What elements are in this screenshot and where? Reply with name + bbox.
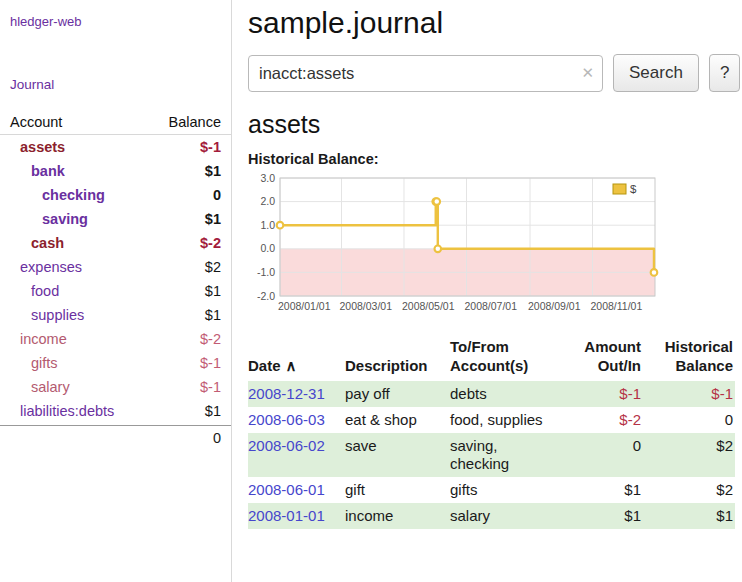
sidebar-account-row: gifts $-1 bbox=[0, 351, 231, 375]
account-link-supplies[interactable]: supplies bbox=[31, 306, 84, 324]
register-row: 2008-06-03 eat & shop food, supplies $-2… bbox=[248, 407, 735, 433]
sidebar-account-row: saving $1 bbox=[0, 207, 231, 231]
accounts-total-row: 0 bbox=[0, 425, 231, 450]
account-balance: $1 bbox=[205, 306, 221, 324]
svg-text:0.0: 0.0 bbox=[260, 242, 275, 254]
account-balance: $1 bbox=[205, 402, 221, 420]
page-title: sample.journal bbox=[248, 6, 740, 40]
transaction-description: eat & shop bbox=[345, 407, 450, 433]
column-accounts: To/From Account(s) bbox=[450, 335, 558, 381]
transaction-amount: $1 bbox=[558, 503, 643, 529]
search-box: ✕ bbox=[248, 55, 603, 92]
sidebar-account-row: cash $-2 bbox=[0, 231, 231, 255]
register-row: 2008-06-01 gift gifts $1 $2 bbox=[248, 477, 735, 503]
svg-text:-2.0: -2.0 bbox=[257, 290, 275, 302]
account-link-gifts[interactable]: gifts bbox=[31, 354, 58, 372]
main-content: sample.journal ✕ Search ? assets Histori… bbox=[232, 0, 742, 582]
accounts-tree: Account Balance assets $-1 bank $1 check… bbox=[0, 110, 231, 450]
clear-search-icon[interactable]: ✕ bbox=[581, 64, 594, 82]
transaction-date-link[interactable]: 2008-06-02 bbox=[248, 437, 325, 454]
transaction-date-link[interactable]: 2008-06-01 bbox=[248, 481, 325, 498]
sidebar-account-row: income $-2 bbox=[0, 327, 231, 351]
register-row: 2008-12-31 pay off debts $-1 $-1 bbox=[248, 381, 735, 407]
account-balance: $-1 bbox=[200, 378, 221, 396]
account-balance: $-1 bbox=[200, 138, 221, 156]
transaction-balance: $2 bbox=[643, 477, 735, 503]
account-link-saving[interactable]: saving bbox=[42, 210, 88, 228]
accounts-total: 0 bbox=[213, 430, 221, 446]
account-link-food[interactable]: food bbox=[31, 282, 59, 300]
account-link-assets[interactable]: assets bbox=[20, 138, 65, 156]
column-description: Description bbox=[345, 335, 450, 381]
svg-text:2008/09/01: 2008/09/01 bbox=[528, 300, 581, 312]
account-link-expenses[interactable]: expenses bbox=[20, 258, 82, 276]
register-header-row: Date∧ Description To/From Account(s) Amo… bbox=[248, 335, 735, 381]
register-row: 2008-06-02 save saving, checking 0 $2 bbox=[248, 433, 735, 477]
transaction-balance: $2 bbox=[643, 433, 735, 477]
account-link-checking[interactable]: checking bbox=[42, 186, 105, 204]
transaction-date-link[interactable]: 2008-01-01 bbox=[248, 507, 325, 524]
transaction-description: pay off bbox=[345, 381, 450, 407]
transaction-amount: $1 bbox=[558, 477, 643, 503]
accounts-header: Account Balance bbox=[0, 110, 231, 135]
balance-chart: 3.02.01.00.0-1.0-2.02008/01/012008/03/01… bbox=[248, 171, 662, 323]
sidebar: hledger-web Journal Account Balance asse… bbox=[0, 0, 232, 582]
sidebar-account-row: checking 0 bbox=[0, 183, 231, 207]
accounts-header-balance: Balance bbox=[169, 114, 221, 130]
transaction-balance: $1 bbox=[643, 503, 735, 529]
account-balance: $1 bbox=[205, 210, 221, 228]
transaction-accounts: gifts bbox=[450, 477, 558, 503]
help-button[interactable]: ? bbox=[709, 54, 740, 92]
transaction-amount: $-2 bbox=[558, 407, 643, 433]
account-link-income[interactable]: income bbox=[20, 330, 67, 348]
transaction-accounts: food, supplies bbox=[450, 407, 558, 433]
brand-link[interactable]: hledger-web bbox=[0, 8, 231, 35]
transaction-accounts: salary bbox=[450, 503, 558, 529]
sidebar-account-row: assets $-1 bbox=[0, 135, 231, 159]
sidebar-account-row: food $1 bbox=[0, 279, 231, 303]
transaction-date-link[interactable]: 2008-06-03 bbox=[248, 411, 325, 428]
sort-ascending-icon[interactable]: ∧ bbox=[286, 357, 297, 374]
svg-text:1.0: 1.0 bbox=[260, 219, 275, 231]
account-balance: $-1 bbox=[200, 354, 221, 372]
sidebar-item-journal[interactable]: Journal bbox=[0, 73, 231, 96]
account-balance: $-2 bbox=[200, 330, 221, 348]
transaction-amount: 0 bbox=[558, 433, 643, 477]
account-balance: $2 bbox=[205, 258, 221, 276]
account-link-cash[interactable]: cash bbox=[31, 234, 64, 252]
register-row: 2008-01-01 income salary $1 $1 bbox=[248, 503, 735, 529]
account-balance: $-2 bbox=[200, 234, 221, 252]
account-link-bank[interactable]: bank bbox=[31, 162, 65, 180]
svg-text:2008/03/01: 2008/03/01 bbox=[339, 300, 392, 312]
svg-text:2.0: 2.0 bbox=[260, 195, 275, 207]
sidebar-account-row: salary $-1 bbox=[0, 375, 231, 399]
transaction-amount: $-1 bbox=[558, 381, 643, 407]
svg-text:2008/05/01: 2008/05/01 bbox=[402, 300, 455, 312]
transaction-description: save bbox=[345, 433, 450, 477]
svg-text:$: $ bbox=[630, 183, 637, 195]
account-balance: $1 bbox=[205, 282, 221, 300]
svg-text:3.0: 3.0 bbox=[260, 172, 275, 184]
transaction-description: income bbox=[345, 503, 450, 529]
transaction-date-link[interactable]: 2008-12-31 bbox=[248, 385, 325, 402]
transaction-description: gift bbox=[345, 477, 450, 503]
account-link-liabilities-debts[interactable]: liabilities:debts bbox=[20, 402, 114, 420]
accounts-header-account: Account bbox=[10, 114, 62, 130]
app: hledger-web Journal Account Balance asse… bbox=[0, 0, 742, 582]
svg-text:2008/07/01: 2008/07/01 bbox=[464, 300, 517, 312]
search-input[interactable] bbox=[248, 55, 603, 92]
account-balance: $1 bbox=[205, 162, 221, 180]
search-button[interactable]: Search bbox=[613, 54, 699, 92]
svg-text:2008/01/01: 2008/01/01 bbox=[278, 300, 331, 312]
column-amount: Amount Out/In bbox=[558, 335, 643, 381]
sidebar-account-row: bank $1 bbox=[0, 159, 231, 183]
transaction-balance: $-1 bbox=[643, 381, 735, 407]
column-balance: Historical Balance bbox=[643, 335, 735, 381]
account-link-salary[interactable]: salary bbox=[31, 378, 70, 396]
sidebar-account-row: supplies $1 bbox=[0, 303, 231, 327]
svg-text:-1.0: -1.0 bbox=[257, 266, 275, 278]
account-title: assets bbox=[248, 110, 740, 139]
search-bar: ✕ Search ? bbox=[248, 54, 740, 92]
transaction-balance: 0 bbox=[643, 407, 735, 433]
register-table: Date∧ Description To/From Account(s) Amo… bbox=[248, 335, 735, 529]
